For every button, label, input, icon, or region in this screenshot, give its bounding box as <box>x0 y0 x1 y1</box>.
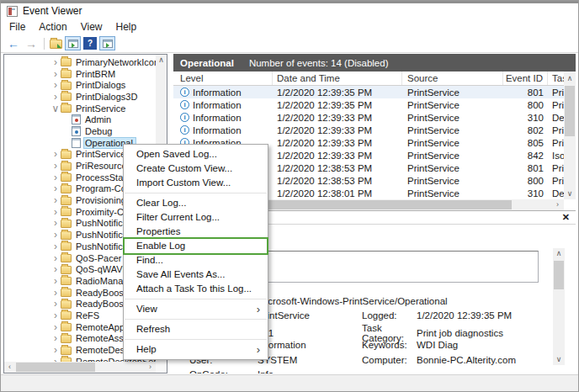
date-cell: 1/2/2020 12:39:33 PM <box>273 136 402 149</box>
event-id-cell: 801 <box>503 86 548 98</box>
back-arrow-icon[interactable]: ← <box>6 37 21 50</box>
menu-item-enable-log[interactable]: Enable Log <box>124 239 268 253</box>
chevron-expanded-icon[interactable]: ∨ <box>50 104 61 113</box>
date-cell: 1/2/2020 12:39:33 PM <box>273 111 402 124</box>
tree-item-printdialogs[interactable]: ›PrintDialogs <box>4 79 156 91</box>
chevron-collapsed-icon[interactable]: › <box>50 265 61 273</box>
scroll-right-icon[interactable]: › <box>552 199 563 210</box>
tree-item-label: PrimaryNetworkIcon <box>75 57 156 67</box>
event-row[interactable]: iInformation1/2/2020 12:39:33 PMPrintSer… <box>173 124 564 136</box>
scroll-down-icon[interactable]: ∨ <box>553 354 565 365</box>
scroll-right-icon[interactable]: › <box>145 362 156 373</box>
scroll-up-icon[interactable]: ∧ <box>553 248 565 259</box>
opcode-value: Info <box>258 369 362 373</box>
scroll-left-icon[interactable]: ‹ <box>4 362 15 373</box>
menu-separator <box>125 319 267 320</box>
folder-icon <box>61 173 72 182</box>
list-vertical-scrollbar[interactable]: ∧ ∨ <box>564 72 576 199</box>
tree-item-primarynetworkicon[interactable]: ›PrimaryNetworkIcon <box>4 56 156 68</box>
column-date-and-time[interactable]: Date and Time <box>273 72 402 85</box>
tree-item-printdialogs3d[interactable]: ›PrintDialogs3D <box>4 91 156 103</box>
source-cell: PrintService <box>402 149 503 162</box>
column-source[interactable]: Source <box>402 72 503 85</box>
close-icon[interactable]: ✕ <box>562 212 570 223</box>
chevron-collapsed-icon[interactable]: › <box>50 208 61 216</box>
source-cell: PrintService <box>402 86 503 98</box>
task-cell: Isol <box>548 149 564 162</box>
status-bar <box>1 374 578 391</box>
titlebar: Event Viewer <box>1 3 578 19</box>
menu-item-clear-log[interactable]: Clear Log... <box>124 196 268 210</box>
action-pane-icon <box>103 40 113 48</box>
scroll-up-icon[interactable]: ∧ <box>156 55 167 66</box>
menu-item-help[interactable]: Help› <box>124 342 268 357</box>
forward-arrow-icon[interactable]: → <box>24 37 39 50</box>
tree-item-admin[interactable]: Admin <box>4 114 156 125</box>
event-row[interactable]: iInformation1/2/2020 12:39:33 PMPrintSer… <box>173 111 564 124</box>
menu-view[interactable]: View <box>74 19 109 34</box>
menu-item-attach-task[interactable]: Attach a Task To this Log... <box>124 282 268 296</box>
chevron-collapsed-icon[interactable]: › <box>50 242 61 251</box>
menu-action[interactable]: Action <box>32 19 73 34</box>
folder-icon <box>61 254 72 262</box>
details-vertical-scrollbar[interactable]: ∧ ∨ <box>553 248 565 365</box>
folder-icon <box>61 231 72 240</box>
chevron-collapsed-icon[interactable]: › <box>50 311 61 320</box>
tree-item-debug[interactable]: Debug <box>4 125 156 137</box>
chevron-collapsed-icon[interactable]: › <box>50 150 61 158</box>
scrollbar-thumb[interactable] <box>554 261 564 289</box>
menu-item-label: View <box>136 304 157 314</box>
menu-item-properties[interactable]: Properties <box>124 225 268 239</box>
column-event-id[interactable]: Event ID <box>503 72 548 85</box>
chevron-collapsed-icon[interactable]: › <box>50 346 61 354</box>
event-row[interactable]: iInformation1/2/2020 12:39:35 PMPrintSer… <box>173 86 564 98</box>
chevron-collapsed-icon[interactable]: › <box>50 334 61 342</box>
chevron-collapsed-icon[interactable]: › <box>50 289 61 297</box>
chevron-collapsed-icon[interactable]: › <box>50 299 61 308</box>
menu-help[interactable]: Help <box>109 19 144 34</box>
menu-item-find[interactable]: Find... <box>124 253 268 268</box>
chevron-collapsed-icon[interactable]: › <box>50 173 61 182</box>
tree-item-printbrm[interactable]: ›PrintBRM <box>4 68 156 80</box>
chevron-collapsed-icon[interactable]: › <box>50 81 61 89</box>
menu-item-view[interactable]: View› <box>124 302 268 316</box>
chevron-collapsed-icon[interactable]: › <box>50 162 61 170</box>
menu-item-open-saved-log[interactable]: Open Saved Log... <box>124 147 268 162</box>
scrollbar-thumb[interactable] <box>16 363 95 372</box>
menu-item-create-custom-view[interactable]: Create Custom View... <box>124 162 268 176</box>
event-row[interactable]: iInformation1/2/2020 12:39:35 PMPrintSer… <box>173 98 564 111</box>
show-action-pane-toggle[interactable] <box>99 36 115 50</box>
tree-horizontal-scrollbar[interactable]: ‹ › <box>4 362 156 373</box>
show-console-tree-toggle[interactable] <box>65 36 81 50</box>
open-saved-log-icon[interactable] <box>50 40 62 49</box>
menu-file[interactable]: File <box>3 19 32 34</box>
chevron-collapsed-icon[interactable]: › <box>50 323 61 331</box>
chevron-collapsed-icon[interactable]: › <box>50 254 61 262</box>
menu-item-import-custom-view[interactable]: Import Custom View... <box>124 176 268 190</box>
menubar: File Action View Help <box>1 19 578 34</box>
folder-icon <box>61 82 72 90</box>
scroll-up-icon[interactable]: ∧ <box>564 73 576 84</box>
tree-item-printservice[interactable]: ∨PrintService <box>4 103 156 114</box>
column-task[interactable]: Tas <box>548 72 564 85</box>
help-icon[interactable]: ? <box>83 37 97 50</box>
column-level[interactable]: Level <box>173 72 273 85</box>
folder-icon <box>61 197 72 205</box>
computer-label: Computer: <box>362 355 417 365</box>
menu-item-filter-current-log[interactable]: Filter Current Log... <box>124 210 268 225</box>
menu-item-refresh[interactable]: Refresh <box>124 322 268 336</box>
chevron-collapsed-icon[interactable]: › <box>50 93 61 101</box>
chevron-collapsed-icon[interactable]: › <box>50 58 61 66</box>
scroll-down-icon[interactable]: ∨ <box>564 188 576 199</box>
scrollbar-thumb[interactable] <box>565 86 575 136</box>
chevron-collapsed-icon[interactable]: › <box>50 70 61 78</box>
level-cell: Information <box>193 87 242 98</box>
task-category-value: Print job diagnostics <box>417 328 540 338</box>
chevron-collapsed-icon[interactable]: › <box>50 196 61 204</box>
chevron-collapsed-icon[interactable]: › <box>50 219 61 227</box>
chevron-collapsed-icon[interactable]: › <box>50 277 61 285</box>
folder-icon <box>61 220 72 228</box>
chevron-collapsed-icon[interactable]: › <box>50 184 61 193</box>
chevron-collapsed-icon[interactable]: › <box>50 230 61 239</box>
menu-item-save-all-events-as[interactable]: Save All Events As... <box>124 268 268 282</box>
